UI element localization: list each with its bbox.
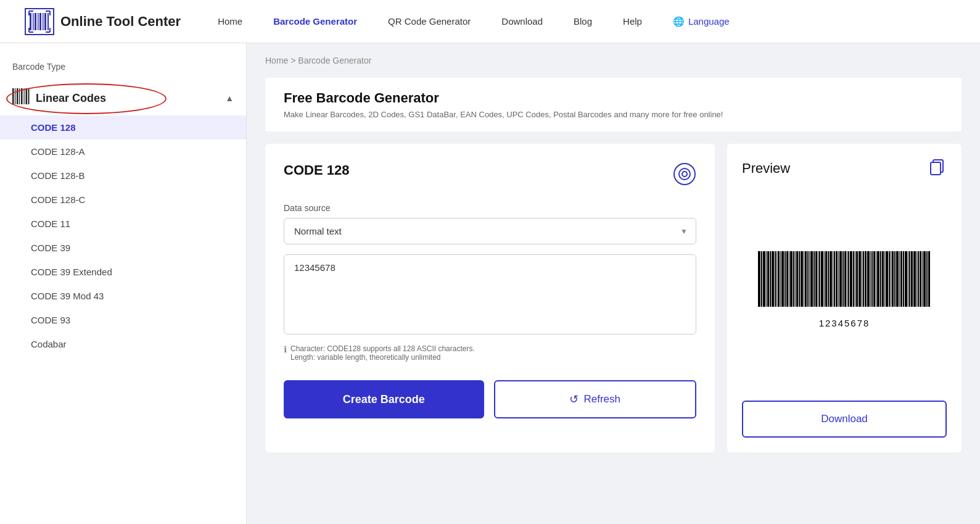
svg-rect-58 [836,251,838,307]
svg-rect-60 [839,251,842,307]
main-nav: Home Barcode Generator QR Code Generator… [218,16,955,27]
sidebar-section-title: Barcode Type [0,56,246,81]
svg-rect-31 [780,251,781,307]
svg-rect-78 [877,251,879,307]
form-title: CODE 128 [284,162,349,178]
sidebar-item-code11[interactable]: CODE 11 [0,212,246,236]
preview-panel: Preview [727,144,961,452]
svg-rect-44 [807,251,809,307]
svg-rect-91 [905,251,907,307]
svg-point-17 [679,168,690,180]
svg-rect-43 [805,251,807,307]
sidebar-group-linear-codes: Linear Codes ▲ CODE 128 CODE 128-A CODE … [0,81,246,356]
svg-rect-86 [894,251,896,307]
sidebar-item-code39[interactable]: CODE 39 [0,236,246,260]
svg-rect-87 [896,251,899,307]
language-label: Language [688,16,730,27]
svg-rect-84 [891,251,891,307]
svg-rect-81 [884,251,885,307]
sidebar-item-code128c[interactable]: CODE 128-C [0,188,246,212]
layout: Barcode Type [0,43,980,524]
sidebar: Barcode Type [0,43,247,524]
svg-rect-32 [781,251,784,307]
download-button[interactable]: Download [742,401,947,438]
svg-rect-9 [15,88,15,104]
svg-rect-25 [767,251,769,307]
barcode-image [758,251,931,313]
nav-qr-code-generator[interactable]: QR Code Generator [388,16,471,27]
svg-rect-33 [784,251,786,307]
breadcrumb-separator: > [290,56,298,65]
svg-rect-75 [871,251,873,307]
svg-rect-47 [813,251,815,307]
svg-rect-74 [870,251,871,307]
page-title: Free Barcode Generator [284,90,943,106]
svg-rect-39 [796,251,798,307]
nav-download[interactable]: Download [501,16,543,27]
svg-rect-30 [778,251,780,307]
sidebar-item-code39mod43[interactable]: CODE 39 Mod 43 [0,284,246,308]
svg-rect-46 [810,251,813,307]
nav-barcode-generator[interactable]: Barcode Generator [273,16,357,27]
info-icon: ℹ [284,344,287,362]
sidebar-item-code39ext[interactable]: CODE 39 Extended [0,260,246,284]
settings-icon[interactable] [673,162,696,186]
svg-rect-37 [793,251,794,307]
logo[interactable]: Online Tool Center [25,8,181,35]
sidebar-item-code128b[interactable]: CODE 128-B [0,164,246,188]
svg-rect-35 [789,251,789,307]
svg-rect-5 [43,13,44,30]
svg-rect-62 [844,251,846,307]
svg-rect-42 [804,251,804,307]
data-source-select[interactable]: Normal text Hex string Base64 [284,218,696,244]
svg-rect-64 [848,251,849,307]
globe-icon: 🌐 [673,16,685,27]
sidebar-item-code128a[interactable]: CODE 128-A [0,139,246,164]
sidebar-item-codabar[interactable]: Codabar [0,332,246,356]
svg-rect-73 [867,251,870,307]
svg-rect-8 [12,88,14,104]
svg-rect-40 [799,251,800,307]
nav-help[interactable]: Help [623,16,642,27]
svg-rect-41 [801,251,803,307]
breadcrumb-home[interactable]: Home [265,56,288,65]
language-selector[interactable]: 🌐 Language [673,16,730,27]
svg-rect-92 [908,251,908,307]
svg-rect-24 [766,251,767,307]
barcode-small-icon [12,88,30,108]
svg-rect-7 [47,13,49,30]
sidebar-item-code128[interactable]: CODE 128 [0,115,246,139]
info-content: Character: CODE128 supports all 128 ASCI… [290,344,475,362]
svg-rect-28 [775,251,776,307]
svg-rect-68 [856,251,858,307]
logo-text: Online Tool Center [60,14,181,30]
data-source-select-wrapper: Normal text Hex string Base64 ▼ [284,218,696,244]
svg-rect-99 [922,251,923,307]
svg-rect-51 [821,251,823,307]
create-barcode-button[interactable]: Create Barcode [284,380,484,418]
svg-rect-95 [913,251,916,307]
svg-rect-83 [889,251,890,307]
svg-rect-71 [863,251,864,307]
sidebar-item-code93[interactable]: CODE 93 [0,308,246,332]
barcode-text-input[interactable]: 12345678 [284,254,696,335]
svg-rect-59 [838,251,839,307]
svg-rect-82 [886,251,888,307]
refresh-button[interactable]: ↺ Refresh [494,380,697,418]
breadcrumb-current: Barcode Generator [298,56,371,65]
breadcrumb: Home > Barcode Generator [265,56,961,65]
copy-icon[interactable] [929,159,947,178]
info-line1: Character: CODE128 supports all 128 ASCI… [290,344,475,353]
svg-rect-79 [880,251,881,307]
page-header: Free Barcode Generator Make Linear Barco… [265,78,961,131]
svg-rect-26 [770,251,771,307]
nav-home[interactable]: Home [218,16,242,27]
svg-rect-49 [818,251,818,307]
group-header-inner: Linear Codes [12,88,106,108]
svg-rect-45 [809,251,810,307]
svg-rect-48 [815,251,817,307]
sidebar-group-header[interactable]: Linear Codes ▲ [0,81,246,115]
nav-blog[interactable]: Blog [574,16,592,27]
svg-rect-2 [35,13,36,30]
svg-rect-34 [786,251,788,307]
